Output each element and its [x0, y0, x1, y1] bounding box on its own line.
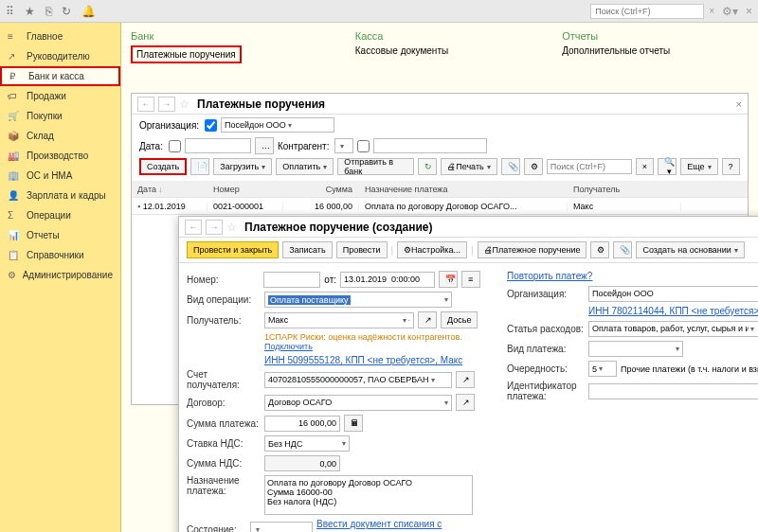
table-row[interactable]: ▪ 12.01.2019 0021-000001 16 000,00 Оплат… — [132, 198, 748, 215]
date-input[interactable] — [340, 272, 435, 288]
date-ellipsis-icon[interactable]: … — [255, 137, 274, 154]
calendar-icon[interactable]: 📅 — [439, 271, 458, 288]
pay-button[interactable]: Оплатить▾ — [276, 158, 334, 175]
number-input[interactable] — [263, 272, 320, 288]
copy-button-icon[interactable]: 📄 — [190, 158, 209, 175]
load-button[interactable]: Загрузить▾ — [213, 158, 272, 175]
back-arrow-icon[interactable]: ← — [137, 97, 154, 112]
payment-order-create-panel: ← → ☆ Платежное поручение (создание) × П… — [178, 216, 758, 532]
sidebar-item-warehouse[interactable]: 📦Склад — [0, 126, 120, 146]
sidebar-label: Склад — [27, 131, 54, 141]
save-close-button[interactable]: Провести и закрыть — [187, 241, 279, 258]
apps-icon[interactable]: ⠿ — [6, 5, 14, 18]
th-recv[interactable]: Получатель — [568, 185, 681, 194]
state-combo[interactable]: ▾ — [250, 522, 313, 533]
sidebar-item-purchases[interactable]: 🛒Покупки — [0, 106, 120, 126]
org-combo[interactable]: Посейдон ООО▾ — [221, 117, 334, 133]
fwd-arrow-icon[interactable]: → — [206, 220, 223, 235]
queue-combo[interactable]: 5▾ — [588, 361, 617, 377]
inn-org-link[interactable]: ИНН 7802114044, КПП <не требуется>, ООО … — [588, 306, 758, 316]
copy-icon[interactable]: ⎘ — [45, 5, 52, 18]
close-panel-icon[interactable]: × — [736, 98, 742, 110]
fav-star-icon[interactable]: ☆ — [226, 221, 237, 234]
open-account-icon[interactable]: ↗ — [456, 371, 475, 388]
fav-star-icon[interactable]: ☆ — [179, 98, 190, 111]
history-icon[interactable]: ↻ — [62, 5, 71, 18]
sidebar-item-reports[interactable]: 📊Отчеты — [0, 225, 120, 245]
sidebar-item-main[interactable]: ≡Главное — [0, 27, 120, 46]
gear-icon[interactable]: ⚙▾ — [722, 5, 738, 18]
create-based-button[interactable]: Создать на основании▾ — [636, 241, 744, 258]
link-payment-orders[interactable]: Платежные поручения — [131, 45, 242, 63]
find-binoculars-icon[interactable]: 🔍▾ — [658, 158, 677, 175]
th-date[interactable]: Дата↓ — [132, 185, 208, 194]
list-search-input[interactable] — [547, 159, 632, 174]
ot-label: от: — [324, 275, 336, 285]
calc-icon[interactable]: 🖩 — [344, 415, 363, 432]
bell-icon[interactable]: 🔔 — [81, 5, 96, 18]
paytype-combo[interactable]: ▾ — [588, 341, 683, 357]
more-button[interactable]: Еще▾ — [680, 158, 717, 175]
attach-icon[interactable]: 📎 — [613, 241, 632, 258]
repeat-payment-link[interactable]: Повторить платеж? — [507, 271, 592, 281]
inn-recipient-link[interactable]: ИНН 5099555128, КПП <не требуется>, Макс — [264, 355, 462, 365]
kontr-input[interactable] — [373, 138, 487, 153]
date-input[interactable] — [185, 138, 251, 153]
org2-combo[interactable]: Посейдон ООО▾ — [588, 286, 758, 302]
th-desc[interactable]: Назначение платежа — [359, 185, 568, 194]
clear-search-icon[interactable]: × — [636, 158, 654, 175]
dosye-button[interactable]: Досье — [441, 311, 478, 328]
star-icon[interactable]: ★ — [25, 5, 35, 18]
help-icon[interactable]: ? — [722, 158, 740, 175]
account-combo[interactable]: 40702810555000000057, ПАО СБЕРБАНК▾ — [264, 372, 452, 388]
open-recipient-icon[interactable]: ↗ — [418, 311, 437, 328]
sidebar-item-hr[interactable]: 👤Зарплата и кадры — [0, 186, 120, 205]
write-button[interactable]: Записать — [282, 241, 332, 258]
sum-input[interactable] — [264, 416, 340, 432]
fwd-arrow-icon[interactable]: → — [158, 97, 175, 112]
menu-icon[interactable]: ≡ — [461, 271, 480, 288]
sidebar-item-sales[interactable]: 🏷Продажи — [0, 86, 120, 106]
print-button[interactable]: 🖨 Печать▾ — [441, 158, 496, 175]
sidebar-item-assets[interactable]: 🏢ОС и НМА — [0, 166, 120, 186]
cog-icon: ⚙ — [8, 270, 17, 280]
sidebar-item-admin[interactable]: ⚙Администрирование — [0, 265, 120, 285]
clear-search-icon[interactable]: × — [709, 6, 714, 16]
post-button[interactable]: Провести — [336, 241, 388, 258]
print-pp-button[interactable]: 🖨 Платежное поручение — [478, 241, 587, 258]
link-cash-docs[interactable]: Кассовые документы — [355, 45, 448, 56]
spark-connect-link[interactable]: Подключить — [264, 342, 313, 351]
send-bank-button[interactable]: Отправить в банк — [337, 158, 414, 175]
contract-combo[interactable]: Договор ОСАГО▾ — [264, 395, 452, 411]
sidebar-item-director[interactable]: ↗Руководителю — [0, 46, 120, 66]
kontr-checkbox[interactable] — [357, 140, 370, 152]
extra-icon[interactable]: ⚙ — [524, 158, 543, 175]
extra-icon[interactable]: ⚙ — [590, 241, 609, 258]
refresh-icon[interactable]: ↻ — [418, 158, 437, 175]
create-button[interactable]: Создать — [139, 158, 187, 175]
state-link[interactable]: Ввести документ списания с расчетного сч… — [316, 519, 480, 532]
date-checkbox[interactable] — [169, 140, 181, 152]
link-extra-reports[interactable]: Дополнительные отчеты — [562, 45, 670, 56]
settings-button[interactable]: ⚙ Настройка... — [397, 241, 467, 258]
account-label: Счет получателя: — [187, 369, 261, 390]
vat-combo[interactable]: Без НДС▾ — [264, 435, 350, 452]
optype-combo[interactable]: Оплата поставщику▾ — [264, 292, 452, 308]
sidebar-item-catalogs[interactable]: 📋Справочники — [0, 245, 120, 265]
attach-icon[interactable]: 📎 — [501, 158, 520, 175]
ident-input[interactable] — [588, 383, 758, 399]
global-search-input[interactable] — [590, 4, 704, 19]
expense-combo[interactable]: Оплата товаров, работ, услуг, сырья и ин… — [588, 321, 758, 337]
kontr-combo[interactable]: ▾ — [334, 138, 353, 153]
open-contract-icon[interactable]: ↗ — [456, 394, 475, 411]
purpose-textarea[interactable] — [264, 475, 473, 515]
sidebar-item-production[interactable]: 🏭Производство — [0, 146, 120, 166]
th-sum[interactable]: Сумма — [283, 185, 359, 194]
org-checkbox[interactable] — [205, 119, 217, 132]
back-arrow-icon[interactable]: ← — [185, 220, 202, 235]
sidebar-item-bank[interactable]: ₽Банк и касса — [0, 66, 120, 86]
close-app-icon[interactable]: × — [746, 5, 752, 18]
sidebar-item-operations[interactable]: ΣОперации — [0, 205, 120, 225]
th-num[interactable]: Номер — [208, 185, 283, 194]
recipient-combo[interactable]: Макс▾· — [264, 312, 414, 328]
